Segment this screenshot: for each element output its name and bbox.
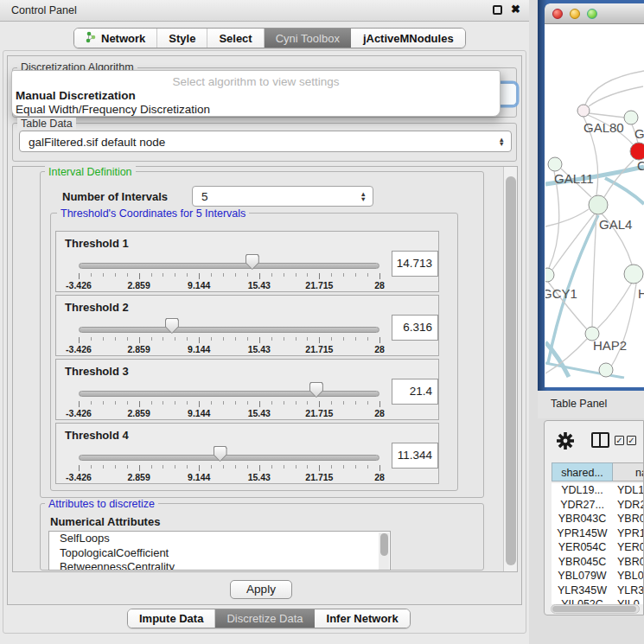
network-node-label: HAP2 (593, 338, 627, 353)
table-row[interactable]: YBL079WYBL0 (552, 569, 644, 583)
network-node[interactable] (548, 157, 562, 171)
cell-shared-name[interactable]: YDL19... (552, 483, 613, 498)
network-node[interactable] (599, 363, 613, 377)
network-node-label: GAL11 (554, 171, 594, 186)
slider-scale-label: 15.43 (248, 344, 271, 354)
cell-shared-name[interactable]: YLR345W (552, 583, 613, 598)
numerical-attributes-list[interactable]: SelfLoopsTopologicalCoefficientBetweenne… (48, 531, 391, 571)
cell-name[interactable]: YIL0 (613, 597, 644, 604)
slider-scale-label: 2.859 (127, 472, 150, 482)
slider-tick (247, 337, 248, 341)
attribute-item-selfloops[interactable]: SelfLoops (49, 532, 390, 546)
attributes-list-scrollbar[interactable] (379, 532, 389, 571)
slider-scale-label: 2.859 (127, 408, 150, 418)
cell-shared-name[interactable]: YDR27... (552, 498, 613, 513)
column-header-name[interactable]: na... (613, 462, 644, 481)
threshold-4-slider-track[interactable] (79, 455, 379, 461)
table-row[interactable]: YER054CYER0 (552, 540, 644, 555)
network-edge-highlighted[interactable] (605, 178, 644, 204)
cell-name[interactable]: YDR2 (613, 498, 644, 513)
cell-name[interactable]: YDL1 (613, 483, 644, 498)
cell-name[interactable]: YLR3 (613, 583, 644, 598)
table-row[interactable]: YBR045CYBR0 (552, 555, 644, 570)
cell-shared-name[interactable]: YBL079W (552, 569, 613, 583)
cell-name[interactable]: YBR0 (613, 555, 644, 570)
bottom-tabbar: Impute DataDiscretize DataInfer Network (127, 609, 411, 628)
tab-discretize-data[interactable]: Discretize Data (214, 609, 314, 628)
cell-name[interactable]: YBL0 (613, 569, 644, 583)
float-window-icon[interactable] (493, 5, 502, 15)
threshold-2-value-field[interactable]: 6.316 (392, 315, 438, 341)
split-columns-icon[interactable] (591, 432, 609, 448)
network-node[interactable] (624, 111, 638, 124)
network-node-label: G. (634, 126, 644, 141)
table-data-combo[interactable]: galFiltered.sif default node ▲▼ (19, 131, 512, 152)
table-hscrollbar-thumb[interactable] (552, 606, 636, 612)
attribute-item-topologicalcoefficient[interactable]: TopologicalCoefficient (49, 546, 390, 561)
checkbox-icon[interactable]: ✓ (627, 436, 636, 445)
threshold-3-value-field[interactable]: 21.4 (392, 379, 438, 405)
tab-infer-network[interactable]: Infer Network (315, 609, 410, 628)
threshold-1-value-field[interactable]: 14.713 (392, 251, 438, 277)
threshold-3-slider-track[interactable] (79, 391, 379, 397)
network-node[interactable] (545, 268, 554, 282)
cell-name[interactable]: YBR0 (613, 512, 644, 526)
checkbox-icon[interactable]: ✓ (615, 436, 624, 445)
slider-tick (163, 465, 163, 469)
gear-icon[interactable] (556, 431, 575, 450)
tab-label: Style (169, 32, 195, 45)
attribute-item-betweennesscentrality[interactable]: BetweennessCentrality (49, 560, 390, 571)
network-edge[interactable] (597, 283, 632, 328)
zoom-traffic-light-icon[interactable] (587, 9, 597, 19)
network-node[interactable] (577, 105, 590, 117)
cell-shared-name[interactable]: YBR045C (552, 555, 613, 570)
column-header-shared-name[interactable]: shared... (552, 462, 613, 481)
threshold-4-value-field[interactable]: 11.344 (392, 443, 438, 469)
attributes-scrollbar-thumb[interactable] (380, 533, 388, 556)
network-node[interactable] (630, 143, 644, 160)
network-edge[interactable] (589, 113, 625, 118)
threshold-group-title: Threshold's Coordinates for 5 Intervals (57, 207, 249, 220)
close-traffic-light-icon[interactable] (552, 9, 563, 19)
cell-shared-name[interactable]: YPR145W (552, 526, 613, 541)
tab-style[interactable]: Style (156, 29, 207, 48)
top-tabbar: NetworkStyleSelectCyni ToolboxjActiveMNo… (73, 28, 466, 48)
close-icon[interactable]: ✖ (511, 3, 520, 16)
threshold-2-slider-track[interactable] (79, 327, 379, 333)
settings-scrollbar-thumb[interactable] (506, 176, 516, 565)
slider-tick (127, 337, 128, 341)
table-row[interactable]: YBR043CYBR0 (552, 512, 644, 526)
tab-cyni-toolbox[interactable]: Cyni Toolbox (264, 29, 351, 48)
table-row[interactable]: YDL19...YDL1 (552, 483, 644, 498)
network-edge[interactable] (545, 209, 589, 226)
table-horizontal-scrollbar[interactable] (551, 604, 640, 614)
network-window-titlebar[interactable] (545, 3, 644, 24)
cell-shared-name[interactable]: YBR043C (552, 512, 613, 526)
cell-name[interactable]: YPR1 (613, 526, 644, 541)
slider-scale-label: 9.144 (188, 344, 210, 354)
slider-tick (367, 465, 368, 469)
cell-shared-name[interactable]: YIL052C (552, 597, 613, 604)
tab-jactivemnodules[interactable]: jActiveMNodules (351, 29, 465, 48)
network-node[interactable] (589, 195, 608, 214)
network-canvas-svg[interactable]: GAL80G.CGAL11GAL4GCY1HHAP2 (545, 24, 644, 379)
tab-select[interactable]: Select (207, 29, 263, 48)
network-node[interactable] (624, 265, 643, 284)
table-row[interactable]: YIL052CYIL0 (552, 597, 644, 604)
network-edge[interactable] (592, 214, 596, 327)
tab-impute-data[interactable]: Impute Data (128, 609, 214, 628)
cell-shared-name[interactable]: YER054C (552, 540, 613, 555)
algorithm-option-manual[interactable]: Manual Discretization (16, 89, 136, 102)
table-row[interactable]: YLR345WYLR3 (552, 583, 644, 598)
threshold-1-slider-track[interactable] (79, 263, 379, 269)
node-table-rows[interactable]: YDL19...YDL1YDR27...YDR2YBR043CYBR0YPR14… (552, 483, 644, 604)
algorithm-option-equal-width[interactable]: Equal Width/Frequency Discretization (16, 103, 210, 116)
table-row[interactable]: YDR27...YDR2 (552, 498, 644, 513)
settings-vertical-scrollbar[interactable] (503, 167, 517, 571)
number-of-intervals-combo[interactable]: 5 ▲▼ (192, 186, 373, 207)
tab-network[interactable]: Network (74, 29, 156, 48)
cell-name[interactable]: YER0 (613, 540, 644, 555)
minimize-traffic-light-icon[interactable] (570, 9, 580, 19)
table-row[interactable]: YPR145WYPR1 (552, 526, 644, 541)
apply-button[interactable]: Apply (230, 580, 292, 599)
